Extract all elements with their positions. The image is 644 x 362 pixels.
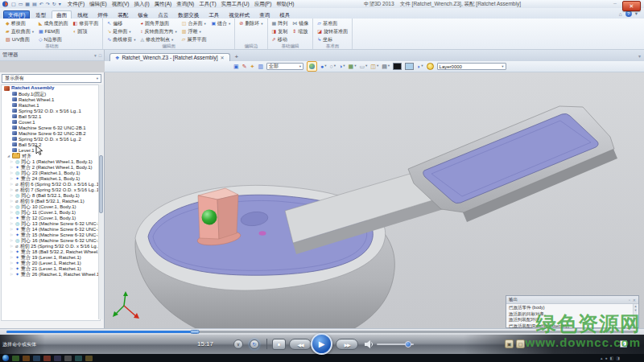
tree-constraint-item[interactable]: ▷✦重合 2 (Ratchet Wheel.1, Body.1) (2, 164, 100, 170)
taskbar-app-icon[interactable] (64, 356, 72, 361)
view-orientation-icon[interactable]: ◑▾ (339, 64, 345, 69)
video-seek-handle[interactable] (190, 330, 200, 334)
menu-item[interactable]: 实用工具(U) (221, 1, 250, 8)
tree-component-item[interactable]: Cover.1 (2, 119, 100, 125)
output-minimize-icon[interactable]: ▫ (629, 298, 630, 302)
shade-mode-icon[interactable]: ●▾ (320, 64, 327, 69)
open-file-icon[interactable]: ▭ (19, 2, 23, 6)
ribbon-button-N边形面[interactable]: ◇N边形面 (38, 35, 69, 43)
output-panel-header[interactable]: 输出 ▫ ✕ (506, 296, 638, 304)
fullscreen-button[interactable]: ▢ (516, 339, 525, 348)
save-icon[interactable]: ▦ (25, 2, 30, 6)
tree-component-item[interactable]: Spring 5/32 O.D. x 5/16 Lg..1 (2, 108, 100, 113)
ribbon-tab-钣金[interactable]: 钣金 (134, 11, 152, 19)
document-tab-close-icon[interactable]: ✕ (221, 56, 225, 60)
tree-component-item[interactable]: Machine Screw 6-32 UNC-2B.2 (2, 130, 100, 136)
menu-item[interactable]: 查询(N) (176, 1, 194, 8)
ribbon-button-直纹曲面[interactable]: ▰直纹曲面▾ (5, 27, 35, 35)
menu-item[interactable]: 插入(I) (134, 1, 149, 8)
wireframe-mode-icon[interactable]: ○▾ (330, 64, 336, 69)
ribbon-button-坐标[interactable]: ↳坐标 (316, 35, 349, 43)
layer-visibility-icon[interactable] (427, 63, 434, 70)
document-tab[interactable]: ❖ Ratchet_Wrench.Z3 - [Ratchet Assembly]… (109, 53, 230, 62)
taskbar-app-icon[interactable] (75, 356, 82, 361)
tree-component-item[interactable]: Machine Screw 6-32 UNC-2B.1 (2, 125, 100, 130)
ribbon-button-修改控制点[interactable]: ◬修改控制点▾ (139, 35, 177, 43)
ribbon-tab-数据交换[interactable]: 数据交换 (174, 11, 203, 19)
ribbon-button-合并面[interactable]: ◫合并面▾ (181, 19, 208, 27)
panel-pin-icon[interactable]: ▾ (94, 53, 97, 58)
menu-item[interactable]: 文件(F) (68, 1, 85, 8)
ribbon-tab-工具[interactable]: 工具 (204, 11, 223, 19)
tray-icon[interactable]: ◧ (610, 356, 614, 360)
play-button[interactable]: ▶ (311, 333, 332, 355)
ribbon-tab-造型[interactable]: 造型 (31, 11, 50, 19)
3d-viewport[interactable]: 输出 ▫ ✕ 已激活零件 (body)激活新的目标对象。激活到装配环境。已激活装… (105, 72, 644, 328)
ribbon-button-缩放[interactable]: ⇕缩放 (291, 27, 309, 35)
ribbon-button-FEM面[interactable]: ▦FEM面 (38, 27, 69, 35)
tree-component-item[interactable]: Body.1(固定) (2, 91, 100, 97)
help-icon[interactable]: ? (625, 10, 632, 17)
select-tool-icon[interactable]: ▣ (233, 64, 239, 69)
popup-window-button[interactable]: ▣ (505, 339, 514, 348)
undo-icon[interactable]: ↶ (39, 2, 43, 6)
home-icon[interactable]: ⌂ (619, 11, 622, 17)
taskbar-app-icon[interactable] (23, 356, 30, 361)
ribbon-button-展开平面[interactable]: ▱展开平面 (181, 35, 208, 43)
tree-constraint-item[interactable]: ▷✦重合 20 (Lever.1, Ratchet.1) (2, 260, 100, 265)
tree-constraint-item[interactable]: ▷◎同心 8 (Ball 5/32.1, Body.1) (2, 192, 100, 198)
tree-constraint-item[interactable]: ▷◎同心 10 (Cover.1, Body.1) (2, 204, 100, 209)
lever-block-side[interactable] (217, 195, 238, 239)
ribbon-button-镜像[interactable]: ⋈镜像 (291, 19, 309, 27)
ribbon-button-U/V曲面[interactable]: ▧U/V曲面 (5, 35, 35, 43)
face-color-swatch[interactable] (393, 63, 402, 70)
tree-root-item[interactable]: Ratchet Assembly (2, 85, 100, 91)
highlight-color-swatch[interactable] (405, 63, 414, 70)
tree-constraint-item[interactable]: ▷✦重合 18 (Ball 5/32.2, Ratchet Wheel.1) (2, 249, 100, 254)
tree-constraint-item[interactable]: ▷◎同心 16 (Machine Screw 6-32 UNC-2B.2, Bo… (2, 237, 100, 243)
tree-constraint-item[interactable]: ▷✦重合 21 (Lever.1, Ratchet.1) (2, 265, 100, 271)
menu-item[interactable]: 属性(A) (155, 1, 172, 8)
section-view-icon[interactable]: ◫▾ (370, 64, 378, 69)
transparency-icon[interactable]: ◗▾ (417, 64, 423, 69)
tree-constraint-item[interactable]: ▷⌀相切 9 (Ball 5/32.1, Ratchet.1) (2, 198, 100, 204)
pin-hole[interactable] (259, 231, 266, 236)
help-arrow-icon[interactable]: ▾ (635, 10, 638, 17)
tree-constraint-item[interactable]: ▷◎同心 13 (Machine Screw 6-32 UNC-2B.1, Bo… (2, 220, 100, 226)
new-file-icon[interactable]: ▢ (11, 2, 16, 6)
close-button[interactable]: ✕ (622, 1, 641, 11)
taskbar-app-icon[interactable] (43, 356, 51, 361)
output-scrollbar[interactable]: ▲▼ (633, 304, 638, 327)
ribbon-button-反转曲面方向[interactable]: ↕反转曲面方向▾ (139, 27, 177, 35)
entity-filter-combo[interactable]: 全部▾ (266, 63, 303, 70)
pick-filter-icon[interactable]: ✦ (250, 64, 255, 69)
redo-icon[interactable]: ↷ (46, 2, 50, 6)
tree-component-item[interactable]: Ball 5/32.2 (2, 142, 100, 147)
tree-constraint-item[interactable]: ▷◎同心 23 (Ratchet.1, Body.1) (2, 170, 100, 175)
tabbar-chevron-icon[interactable]: ▾ (638, 53, 641, 59)
tree-constraint-item[interactable]: ▷✦重合 14 (Machine Screw 6-32 UNC-2B.1, Bo… (2, 226, 100, 232)
ribbon-button-偏移[interactable]: ↖偏移 (106, 19, 136, 27)
tray-icon[interactable]: ● (605, 356, 608, 360)
ribbon-button-延伸面[interactable]: ↘延伸面▾ (106, 27, 136, 35)
ribbon-tab-装配[interactable]: 装配 (114, 11, 132, 19)
tree-constraint-item[interactable]: ▷✦重合 12 (Cover.1, Body.1) (2, 215, 100, 220)
volume-slider-knob[interactable] (405, 341, 411, 348)
minimize-button[interactable]: – (613, 0, 617, 6)
tray-icon[interactable]: ◨ (616, 356, 620, 360)
tree-scrollbar-thumb[interactable] (99, 155, 103, 213)
stop-button[interactable]: ■ (272, 339, 286, 350)
ribbon-tab-文件(F)[interactable]: 文件(F) (3, 10, 30, 19)
regen-icon[interactable]: ↻ (52, 2, 56, 6)
ribbon-button-曲线修剪[interactable]: ∿曲线修剪▾ (106, 35, 136, 43)
tree-filter-combo[interactable]: 显示所有 ▾ (2, 74, 101, 83)
tree-component-item[interactable]: Ratchet.1 (2, 102, 100, 108)
tree-constraint-item[interactable]: ▷⌀相切 7 (Spring 5/32 O.D. x 5/16 Lg..1, B… (2, 187, 100, 192)
volume-icon[interactable] (364, 339, 374, 349)
ribbon-button-桥接面[interactable]: ◆桥接面 (5, 19, 35, 27)
windows-start-button[interactable] (2, 355, 9, 361)
output-close-icon[interactable]: ✕ (633, 298, 636, 302)
ribbon-button-圆顶[interactable]: ◖圆顶 (72, 27, 100, 35)
tree-constraint-item[interactable]: ▷✦重合 15 (Machine Screw 6-32 UNC-2B.2, Bo… (2, 232, 100, 237)
tree-constraint-item[interactable]: ▷◎同心 1 (Ratchet Wheel.1, Body.1) (2, 158, 100, 164)
